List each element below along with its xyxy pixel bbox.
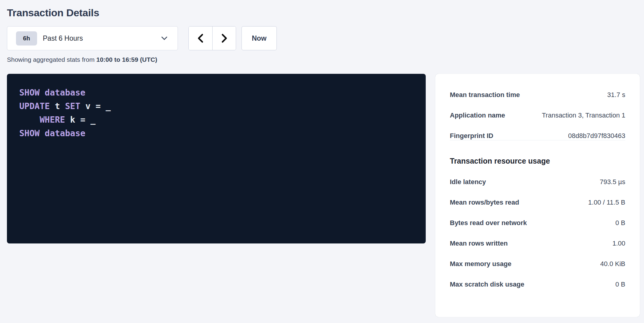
section-divider — [450, 140, 625, 140]
summary-row-label: Max scratch disk usage — [450, 280, 524, 289]
now-button[interactable]: Now — [242, 26, 277, 50]
summary-row-label: Mean transaction time — [450, 91, 520, 99]
summary-row: Max scratch disk usage 0 B — [450, 280, 625, 289]
summary-row-label: Mean rows written — [450, 239, 508, 248]
summary-row: Mean rows written 1.00 — [450, 239, 625, 248]
stats-line-prefix: Showing aggregated stats from — [7, 56, 96, 63]
sql-line: WHERE k = _ — [19, 113, 414, 127]
summary-row-label: Application name — [450, 111, 505, 120]
next-time-button[interactable] — [212, 27, 236, 50]
summary-row-value: Transaction 3, Transaction 1 — [542, 111, 625, 120]
summary-row-value: 40.0 KiB — [600, 260, 625, 268]
summary-row: Max memory usage 40.0 KiB — [450, 260, 625, 268]
stats-line-range: 10:00 to 16:59 (UTC) — [96, 56, 157, 63]
summary-row: Mean transaction time 31.7 s — [450, 91, 625, 99]
summary-row-value: 0 B — [615, 219, 625, 227]
summary-row-label: Mean rows/bytes read — [450, 198, 519, 207]
usage-rows: Idle latency 793.5 µs Mean rows/bytes re… — [450, 178, 625, 289]
chevron-left-icon — [197, 33, 204, 43]
sql-line: SHOW database — [19, 86, 414, 99]
sql-statement-box: SHOW databaseUPDATE t SET v = _ WHERE k … — [7, 74, 426, 243]
time-range-label: Past 6 Hours — [43, 34, 83, 42]
summary-row-value: 08d8b7d97f830463 — [568, 132, 625, 140]
summary-row-value: 1.00 / 11.5 B — [588, 198, 625, 207]
chevron-down-icon — [161, 36, 167, 40]
summary-row-value: 793.5 µs — [600, 178, 625, 186]
summary-row-label: Fingerprint ID — [450, 132, 493, 140]
main-content: SHOW databaseUPDATE t SET v = _ WHERE k … — [7, 74, 640, 317]
sql-line: UPDATE t SET v = _ — [19, 99, 414, 113]
summary-row: Fingerprint ID 08d8b7d97f830463 — [450, 132, 625, 140]
prev-time-button[interactable] — [189, 27, 212, 50]
summary-row: Idle latency 793.5 µs — [450, 178, 625, 186]
summary-row-value: 0 B — [615, 280, 625, 289]
summary-row-label: Bytes read over network — [450, 219, 527, 227]
time-range-select[interactable]: 6h Past 6 Hours — [7, 26, 178, 50]
page-title: Transaction Details — [7, 7, 640, 19]
overview-rows: Mean transaction time 31.7 s Application… — [450, 91, 625, 140]
aggregated-stats-line: Showing aggregated stats from 10:00 to 1… — [7, 55, 640, 64]
summary-row: Mean rows/bytes read 1.00 / 11.5 B — [450, 198, 625, 207]
usage-section-heading: Transaction resource usage — [450, 156, 625, 166]
summary-row: Bytes read over network 0 B — [450, 219, 625, 227]
time-nav-group — [188, 26, 236, 50]
summary-row-value: 1.00 — [612, 239, 625, 248]
transaction-summary-card: Mean transaction time 31.7 s Application… — [435, 74, 640, 317]
transaction-details-page: Transaction Details 6h Past 6 Hours — [0, 0, 644, 317]
summary-row: Application name Transaction 3, Transact… — [450, 111, 625, 120]
sql-line: SHOW database — [19, 127, 414, 140]
time-range-badge: 6h — [16, 31, 37, 45]
time-toolbar: 6h Past 6 Hours — [7, 26, 640, 50]
chevron-right-icon — [221, 33, 228, 43]
sql-code: SHOW databaseUPDATE t SET v = _ WHERE k … — [19, 86, 414, 140]
summary-row-value: 31.7 s — [607, 91, 625, 99]
summary-row-label: Max memory usage — [450, 260, 511, 268]
summary-row-label: Idle latency — [450, 178, 486, 186]
